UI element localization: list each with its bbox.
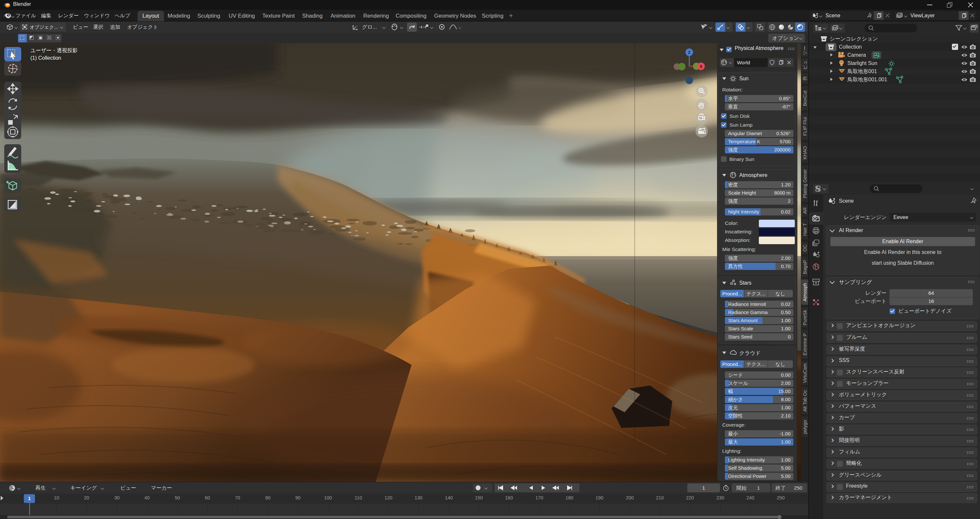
svg-text:X: X [700, 64, 703, 69]
svg-text:Z: Z [688, 50, 690, 55]
